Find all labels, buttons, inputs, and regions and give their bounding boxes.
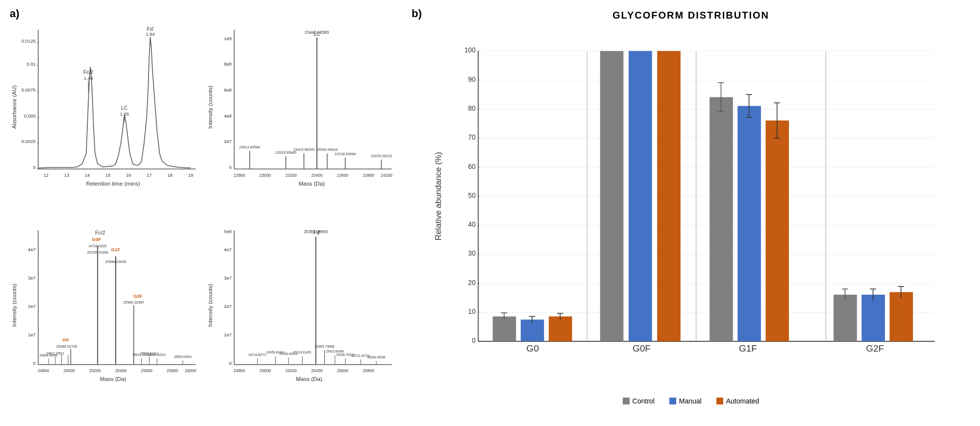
svg-text:Fd': Fd'	[147, 26, 154, 32]
svg-text:23425.98205: 23425.98205	[294, 147, 315, 152]
svg-text:3e7: 3e7	[224, 275, 232, 281]
svg-text:25000: 25000	[260, 368, 271, 373]
lc-chromatogram: Absorbance (AU) 0 0.0025 0.005 0.0075 0.…	[10, 24, 201, 220]
svg-text:24200: 24200	[381, 173, 392, 178]
svg-text:G0: G0	[63, 337, 69, 342]
svg-text:25600: 25600	[141, 368, 153, 373]
automated-label: Automated	[726, 397, 760, 405]
svg-text:90: 90	[468, 76, 476, 83]
manual-label: Manual	[679, 397, 702, 405]
g0-automated-bar	[549, 316, 572, 341]
svg-text:1e9: 1e9	[224, 36, 232, 41]
svg-text:25200: 25200	[285, 368, 297, 373]
svg-text:Mass (Da): Mass (Da)	[100, 376, 126, 382]
lc-chromatogram-svg: Absorbance (AU) 0 0.0025 0.005 0.0075 0.…	[10, 24, 201, 200]
charts-grid: Absorbance (AU) 0 0.0025 0.005 0.0075 0.…	[10, 24, 397, 421]
panel-b: b) GLYCOFORM DISTRIBUTION Relative abund…	[402, 0, 980, 426]
svg-text:LC: LC	[121, 105, 128, 111]
svg-text:1.84: 1.84	[146, 31, 154, 37]
svg-text:20: 20	[468, 279, 476, 286]
svg-text:0.0025: 0.0025	[22, 139, 36, 144]
ms-fd-svg: Intensity (counts) 0 1e7 2e7 3e7 4e7 5e8…	[206, 225, 397, 401]
svg-text:23800: 23800	[363, 173, 374, 178]
panel-b-label: b)	[412, 7, 422, 20]
svg-text:Mass (Da): Mass (Da)	[296, 376, 322, 382]
g1f-manual-bar	[737, 106, 761, 341]
svg-text:30: 30	[468, 250, 476, 257]
legend-manual: Manual	[669, 397, 702, 405]
svg-text:23443.18383: 23443.18383	[305, 30, 329, 35]
legend-automated: Automated	[716, 397, 760, 405]
g1f-label: G1F	[739, 343, 757, 354]
svg-text:25600: 25600	[337, 368, 349, 373]
svg-text:0.01: 0.01	[26, 61, 35, 67]
control-label: Control	[633, 397, 655, 405]
svg-text:24733.63925: 24733.63925	[89, 244, 107, 248]
svg-text:23728.93584: 23728.93584	[335, 152, 356, 156]
svg-text:0: 0	[33, 165, 35, 170]
svg-text:Fc/2: Fc/2	[83, 69, 94, 75]
g2f-control-bar	[833, 295, 857, 341]
svg-text:G1F: G1F	[111, 247, 121, 252]
svg-text:13: 13	[64, 172, 70, 178]
svg-text:25383.09965: 25383.09965	[304, 229, 328, 234]
svg-text:100: 100	[465, 47, 476, 54]
panel-a: a) Absorbance (AU) 0 0.0025 0.005 0.0075…	[0, 0, 402, 426]
svg-text:22800: 22800	[234, 173, 245, 178]
g0f-manual-bar	[629, 51, 652, 341]
svg-text:4e7: 4e7	[224, 247, 232, 252]
svg-text:1e7: 1e7	[224, 332, 232, 337]
svg-text:70: 70	[468, 134, 476, 141]
svg-text:14: 14	[85, 172, 90, 178]
automated-swatch	[716, 398, 723, 404]
svg-text:25400: 25400	[311, 368, 323, 373]
y-axis-title: Relative abundance (%)	[434, 152, 443, 240]
svg-text:26053.04641: 26053.04641	[174, 355, 192, 358]
svg-text:0: 0	[229, 360, 231, 366]
svg-text:G2F: G2F	[133, 293, 143, 299]
svg-text:24724.80771: 24724.80771	[248, 353, 267, 356]
chart-title: GLYCOFORM DISTRIBUTION	[412, 10, 970, 21]
g2f-automated-bar	[890, 292, 913, 342]
x-axis-label: Retention time (mins)	[86, 181, 140, 187]
svg-text:40: 40	[468, 221, 476, 228]
g2f-label: G2F	[866, 343, 884, 354]
legend: Control Manual Automated	[412, 397, 970, 405]
g1f-control-bar	[710, 97, 733, 341]
svg-text:Intensity (counts): Intensity (counts)	[207, 85, 213, 128]
svg-text:0: 0	[33, 360, 35, 366]
svg-text:26000: 26000	[185, 368, 196, 373]
svg-text:17: 17	[147, 172, 152, 178]
ms-lc-svg: Intensity (counts) 0 2e7 4e8 6e8 8e8 1e9…	[206, 24, 397, 200]
svg-text:5e8: 5e8	[224, 229, 232, 234]
svg-text:23400: 23400	[311, 173, 323, 178]
svg-text:25800: 25800	[167, 368, 178, 373]
svg-text:1.40: 1.40	[84, 75, 93, 81]
g1f-automated-bar	[765, 120, 789, 341]
g0-control-bar	[493, 316, 516, 341]
svg-text:G0F: G0F	[92, 237, 101, 242]
g0-label: G0	[526, 343, 539, 354]
svg-text:80: 80	[468, 105, 476, 112]
svg-text:18: 18	[167, 172, 172, 178]
svg-text:2e7: 2e7	[28, 304, 36, 309]
svg-text:24225.29215: 24225.29215	[371, 154, 392, 158]
g0f-control-bar	[600, 51, 624, 341]
svg-text:4e8: 4e8	[224, 113, 232, 118]
svg-text:4e7: 4e7	[28, 247, 36, 252]
svg-text:50: 50	[468, 192, 476, 199]
svg-text:Fc/2: Fc/2	[95, 230, 105, 236]
svg-text:0: 0	[472, 337, 476, 344]
svg-text:24811.29511: 24811.29511	[46, 352, 64, 355]
svg-text:24800: 24800	[38, 368, 49, 373]
bar-chart-svg: Relative abundance (%) 0 10 20 30 40 50 …	[412, 41, 970, 393]
svg-text:25000: 25000	[64, 368, 75, 373]
chromatogram-line	[38, 37, 191, 168]
svg-text:25400: 25400	[115, 368, 127, 373]
svg-text:26009.40536: 26009.40536	[367, 355, 385, 359]
ms-fc2-svg: Intensity (counts) 0 1e7 2e7 3e7 4e7 248…	[10, 225, 201, 401]
svg-text:25214.01451: 25214.01451	[294, 351, 312, 354]
legend-control: Control	[623, 397, 655, 405]
svg-text:0: 0	[229, 165, 231, 170]
svg-text:23600: 23600	[337, 173, 349, 178]
